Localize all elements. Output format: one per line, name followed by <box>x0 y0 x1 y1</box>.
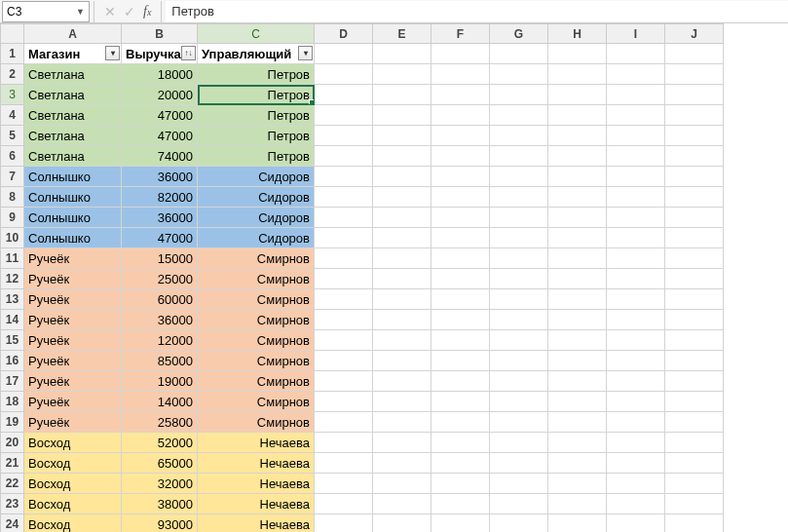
filter-button-B[interactable]: ↑↓ <box>181 46 196 60</box>
formula-input[interactable]: Петров <box>166 1 788 22</box>
chevron-down-icon[interactable]: ▼ <box>76 7 85 17</box>
cell-J22[interactable] <box>665 474 724 494</box>
row-header-23[interactable]: 23 <box>1 494 24 514</box>
cell-A18[interactable]: Ручеёк <box>24 392 122 412</box>
column-header-I[interactable]: I <box>607 24 665 44</box>
cell-A5[interactable]: Светлана <box>24 126 122 146</box>
cell-F6[interactable] <box>432 146 490 167</box>
row-header-16[interactable]: 16 <box>1 351 24 371</box>
cell-F8[interactable] <box>432 187 490 208</box>
column-header-F[interactable]: F <box>432 24 490 44</box>
row-header-4[interactable]: 4 <box>1 105 24 126</box>
cell-F18[interactable] <box>432 392 490 412</box>
cell-A21[interactable]: Восход <box>24 453 122 474</box>
cell-C2[interactable]: Петров <box>198 64 315 85</box>
cell-G19[interactable] <box>490 412 548 433</box>
row-header-12[interactable]: 12 <box>1 269 24 289</box>
cell-J5[interactable] <box>665 126 724 146</box>
cell-B7[interactable]: 36000 <box>122 167 198 187</box>
cell-H24[interactable] <box>548 514 607 533</box>
cell-B9[interactable]: 36000 <box>122 208 198 228</box>
cell-H17[interactable] <box>548 371 607 392</box>
column-header-H[interactable]: H <box>548 24 607 44</box>
cell-A23[interactable]: Восход <box>24 494 122 514</box>
cell-E21[interactable] <box>373 453 432 474</box>
cell-A11[interactable]: Ручеёк <box>24 248 122 269</box>
cell-J19[interactable] <box>665 412 724 433</box>
row-header-3[interactable]: 3 <box>1 85 24 105</box>
cell-F19[interactable] <box>432 412 490 433</box>
cell-H15[interactable] <box>548 330 607 351</box>
cell-C18[interactable]: Смирнов <box>198 392 315 412</box>
cell-H19[interactable] <box>548 412 607 433</box>
cell-J23[interactable] <box>665 494 724 514</box>
column-header-D[interactable]: D <box>315 24 373 44</box>
cell-E4[interactable] <box>373 105 432 126</box>
cell-I1[interactable] <box>607 44 665 64</box>
cell-C9[interactable]: Сидоров <box>198 208 315 228</box>
cell-E15[interactable] <box>373 330 432 351</box>
cell-C7[interactable]: Сидоров <box>198 167 315 187</box>
cell-C5[interactable]: Петров <box>198 126 315 146</box>
cell-H11[interactable] <box>548 248 607 269</box>
cell-D23[interactable] <box>315 494 373 514</box>
cell-A9[interactable]: Солнышко <box>24 208 122 228</box>
cell-H12[interactable] <box>548 269 607 289</box>
cell-I6[interactable] <box>607 146 665 167</box>
cancel-icon[interactable]: ✕ <box>104 4 116 19</box>
cell-C11[interactable]: Смирнов <box>198 248 315 269</box>
cell-I24[interactable] <box>607 514 665 533</box>
cell-G11[interactable] <box>490 248 548 269</box>
column-header-C[interactable]: C <box>198 24 315 44</box>
cell-H20[interactable] <box>548 433 607 453</box>
cell-B11[interactable]: 15000 <box>122 248 198 269</box>
cell-D11[interactable] <box>315 248 373 269</box>
cell-H6[interactable] <box>548 146 607 167</box>
cell-H5[interactable] <box>548 126 607 146</box>
cell-B2[interactable]: 18000 <box>122 64 198 85</box>
cell-C23[interactable]: Нечаева <box>198 494 315 514</box>
cell-I7[interactable] <box>607 167 665 187</box>
cell-I18[interactable] <box>607 392 665 412</box>
cell-C21[interactable]: Нечаева <box>198 453 315 474</box>
cell-G5[interactable] <box>490 126 548 146</box>
cell-G14[interactable] <box>490 310 548 330</box>
cell-D12[interactable] <box>315 269 373 289</box>
table-header-B[interactable]: Выручка↑↓ <box>122 44 198 64</box>
cell-G9[interactable] <box>490 208 548 228</box>
cell-I23[interactable] <box>607 494 665 514</box>
cell-C8[interactable]: Сидоров <box>198 187 315 208</box>
name-box[interactable]: C3 ▼ <box>2 1 90 22</box>
cell-E22[interactable] <box>373 474 432 494</box>
cell-A20[interactable]: Восход <box>24 433 122 453</box>
cell-B22[interactable]: 32000 <box>122 474 198 494</box>
cell-E6[interactable] <box>373 146 432 167</box>
cell-G15[interactable] <box>490 330 548 351</box>
cell-I21[interactable] <box>607 453 665 474</box>
cell-I15[interactable] <box>607 330 665 351</box>
cell-C20[interactable]: Нечаева <box>198 433 315 453</box>
cell-B4[interactable]: 47000 <box>122 105 198 126</box>
cell-D24[interactable] <box>315 514 373 533</box>
cell-C22[interactable]: Нечаева <box>198 474 315 494</box>
row-header-7[interactable]: 7 <box>1 167 24 187</box>
table-header-C[interactable]: Управляющий▾ <box>198 44 315 64</box>
cell-F10[interactable] <box>432 228 490 248</box>
cell-G7[interactable] <box>490 167 548 187</box>
cell-I16[interactable] <box>607 351 665 371</box>
cell-F15[interactable] <box>432 330 490 351</box>
column-header-G[interactable]: G <box>490 24 548 44</box>
cell-D18[interactable] <box>315 392 373 412</box>
cell-A15[interactable]: Ручеёк <box>24 330 122 351</box>
row-header-9[interactable]: 9 <box>1 208 24 228</box>
row-header-18[interactable]: 18 <box>1 392 24 412</box>
cell-F4[interactable] <box>432 105 490 126</box>
cell-B8[interactable]: 82000 <box>122 187 198 208</box>
cell-G3[interactable] <box>490 85 548 105</box>
cell-J10[interactable] <box>665 228 724 248</box>
cell-E17[interactable] <box>373 371 432 392</box>
cell-F14[interactable] <box>432 310 490 330</box>
cell-I14[interactable] <box>607 310 665 330</box>
cell-B15[interactable]: 12000 <box>122 330 198 351</box>
cell-C13[interactable]: Смирнов <box>198 289 315 310</box>
